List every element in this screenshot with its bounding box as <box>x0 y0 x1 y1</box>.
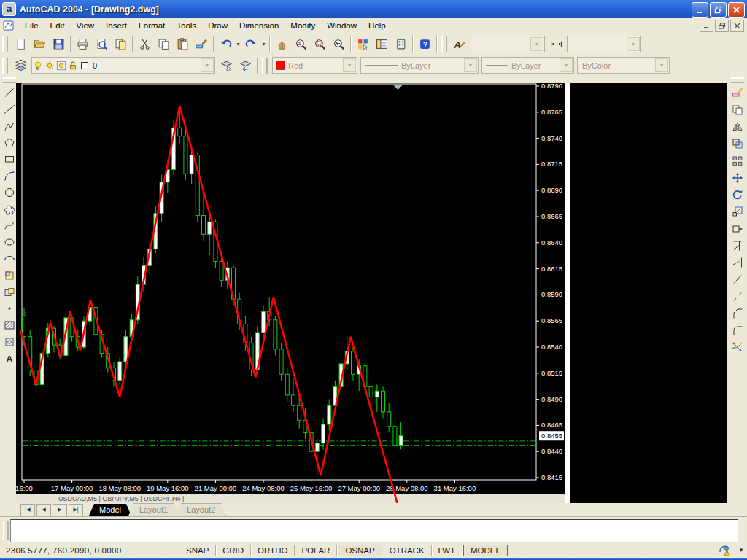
hatch-button[interactable] <box>1 317 18 334</box>
chevron-down-icon[interactable]: ▼ <box>560 58 573 72</box>
tab-nav-first-button[interactable]: |◀ <box>20 504 35 516</box>
make-block-button[interactable] <box>1 284 18 300</box>
toolbar-grip[interactable] <box>2 58 8 74</box>
tab-layout1[interactable]: Layout1 <box>128 503 179 516</box>
text-style-button[interactable]: A <box>450 35 469 54</box>
revcloud-button[interactable] <box>1 201 18 217</box>
point-button[interactable] <box>1 300 18 317</box>
command-input[interactable] <box>10 519 738 542</box>
copy-button[interactable] <box>154 35 173 54</box>
erase-button[interactable] <box>729 85 746 101</box>
status-menu-arrow[interactable]: ▼ <box>738 547 744 553</box>
open-button[interactable] <box>30 35 49 54</box>
ellipse-button[interactable] <box>1 234 18 251</box>
child-restore-button[interactable] <box>715 20 729 32</box>
tab-nav-last-button[interactable]: ▶| <box>69 504 83 516</box>
cut-button[interactable] <box>135 35 154 54</box>
extend-button[interactable] <box>729 254 746 271</box>
dropdown-arrow[interactable]: ▼ <box>235 36 241 53</box>
fillet-button[interactable] <box>729 322 746 339</box>
toolbar-grip[interactable] <box>262 58 268 74</box>
new-button[interactable] <box>11 35 30 54</box>
menu-dimension[interactable]: Dimension <box>233 20 285 31</box>
child-close-button[interactable] <box>730 20 744 32</box>
circle-button[interactable] <box>1 184 18 201</box>
paste-button[interactable] <box>173 35 192 54</box>
menu-modify[interactable]: Modify <box>285 20 321 31</box>
chart-canvas[interactable]: 0.87900.87650.87400.87150.86900.86650.86… <box>16 83 565 503</box>
tab-layout2[interactable]: Layout2 <box>176 503 226 516</box>
mtext-button[interactable]: A <box>1 350 18 367</box>
menu-file[interactable]: File <box>19 20 44 31</box>
chevron-down-icon[interactable]: ▼ <box>530 37 543 51</box>
tab-nav-next-button[interactable]: ▶ <box>53 504 67 516</box>
toolbar-grip[interactable] <box>2 36 8 52</box>
scale-button[interactable] <box>729 203 746 220</box>
toggle-grid[interactable]: GRID <box>216 545 251 556</box>
toggle-model[interactable]: MODEL <box>463 545 508 556</box>
toolbar-grip[interactable] <box>3 77 16 83</box>
zoom-window-button[interactable] <box>310 35 329 54</box>
command-grip[interactable] <box>3 521 9 540</box>
copy-object-button[interactable] <box>729 101 746 118</box>
tool-palettes-button[interactable] <box>391 35 410 54</box>
menu-view[interactable]: View <box>70 20 100 31</box>
move-button[interactable] <box>729 169 746 186</box>
stretch-button[interactable] <box>729 220 746 237</box>
toggle-osnap[interactable]: OSNAP <box>338 545 382 556</box>
color-select[interactable]: Red▼ <box>272 57 357 74</box>
help-button[interactable]: ? <box>415 35 434 54</box>
trim-button[interactable] <box>729 237 746 254</box>
break-button[interactable] <box>729 288 746 305</box>
dim-style-button[interactable] <box>546 35 565 54</box>
menu-tools[interactable]: Tools <box>171 20 202 31</box>
chevron-down-icon[interactable]: ▼ <box>627 37 640 51</box>
child-minimize-button[interactable] <box>700 20 713 32</box>
chevron-down-icon[interactable]: ▼ <box>655 58 668 72</box>
xline-button[interactable] <box>1 101 18 118</box>
title-bar[interactable]: a AutoCAD 2004 - [Drawing2.dwg] <box>0 0 747 18</box>
close-button[interactable] <box>728 2 745 18</box>
rotate-button[interactable] <box>729 186 746 203</box>
communication-center-icon[interactable] <box>719 545 731 556</box>
model-space[interactable] <box>570 83 727 503</box>
tab-model[interactable]: Model <box>89 504 131 516</box>
explode-button[interactable] <box>729 339 746 356</box>
matchprop-button[interactable] <box>192 35 211 54</box>
pan-button[interactable] <box>272 35 291 54</box>
tab-nav-prev-button[interactable]: ◀ <box>36 504 51 516</box>
preview-button[interactable] <box>92 35 111 54</box>
arc-button[interactable] <box>1 168 18 184</box>
save-button[interactable] <box>49 35 68 54</box>
toggle-otrack[interactable]: OTRACK <box>383 545 432 556</box>
menu-edit[interactable]: Edit <box>44 20 71 31</box>
lineweight-select[interactable]: ByLayer▼ <box>481 57 574 74</box>
region-button[interactable] <box>1 334 18 351</box>
minimize-button[interactable] <box>692 2 708 18</box>
insert-block-button[interactable] <box>1 267 18 284</box>
chevron-down-icon[interactable]: ▼ <box>343 58 356 72</box>
linetype-select[interactable]: ByLayer▼ <box>360 57 479 74</box>
layer-manager-button[interactable] <box>11 56 30 75</box>
break-point-button[interactable] <box>729 271 746 288</box>
rectangle-button[interactable] <box>1 151 18 168</box>
layer-select[interactable]: 0▼ <box>31 57 215 74</box>
toolbar-grip[interactable] <box>731 77 744 83</box>
toggle-snap[interactable]: SNAP <box>179 545 216 556</box>
menu-insert[interactable]: Insert <box>100 20 133 31</box>
redo-button[interactable] <box>241 35 260 54</box>
array-button[interactable] <box>729 152 746 169</box>
properties-button[interactable] <box>353 35 372 54</box>
dim-style-select[interactable]: ▼ <box>567 36 641 52</box>
print-button[interactable] <box>73 35 92 54</box>
toolbar-grip[interactable] <box>441 36 447 52</box>
menu-format[interactable]: Format <box>133 20 171 31</box>
pline-button[interactable] <box>1 117 18 134</box>
offset-button[interactable] <box>729 136 746 152</box>
text-style-select[interactable]: ▼ <box>471 36 545 52</box>
menu-help[interactable]: Help <box>363 20 392 31</box>
menu-window[interactable]: Window <box>321 20 363 31</box>
designcenter-button[interactable] <box>372 35 391 54</box>
zoom-previous-button[interactable] <box>329 35 348 54</box>
dropdown-arrow[interactable]: ▼ <box>260 36 267 53</box>
